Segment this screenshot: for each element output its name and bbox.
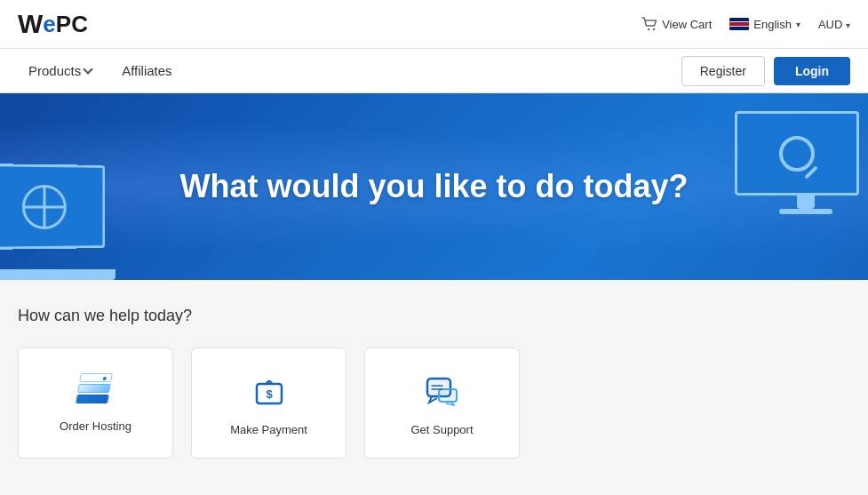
top-bar: WePC View Cart English ▾ AUD ▾ — [0, 0, 868, 49]
laptop-shape — [0, 164, 142, 280]
make-payment-card[interactable]: $ Make Payment — [191, 347, 346, 459]
support-icon — [421, 370, 464, 412]
currency-arrow-icon: ▾ — [846, 20, 850, 30]
get-support-label: Get Support — [410, 423, 473, 436]
monitor-shape — [735, 111, 868, 218]
svg-rect-5 — [439, 389, 457, 402]
section-title: How can we help today? — [18, 307, 850, 325]
payment-svg: $ — [250, 371, 289, 411]
get-support-card[interactable]: Get Support — [364, 347, 520, 459]
nav-right: Register Login — [681, 56, 850, 86]
payment-icon: $ — [248, 370, 291, 412]
nav-affiliates[interactable]: Affiliates — [111, 54, 182, 87]
laptop-screen — [0, 164, 105, 250]
laptop-base — [0, 269, 115, 280]
nav-left: Products Affiliates — [18, 54, 183, 87]
nav-bar: Products Affiliates Register Login — [0, 49, 868, 93]
nav-products[interactable]: Products — [18, 54, 102, 87]
currency-selector[interactable]: AUD ▾ — [818, 18, 850, 31]
language-label: English — [753, 18, 792, 31]
currency-label: AUD — [818, 18, 842, 31]
affiliates-label: Affiliates — [122, 63, 171, 78]
globe-icon — [22, 184, 67, 228]
products-label: Products — [28, 63, 81, 78]
login-button[interactable]: Login — [774, 57, 850, 85]
flag-icon — [729, 18, 749, 30]
monitor-stand — [797, 196, 815, 209]
top-right-actions: View Cart English ▾ AUD ▾ — [641, 17, 850, 31]
hero-laptop-illustration — [0, 93, 178, 280]
site-logo[interactable]: WePC — [18, 9, 88, 39]
monitor-base — [779, 209, 832, 214]
order-hosting-card[interactable]: Order Hosting — [18, 347, 173, 459]
support-svg — [423, 371, 462, 411]
main-content: How can we help today? Order Hosting $ — [0, 280, 868, 485]
hero-banner: What would you like to do today? — [0, 93, 868, 280]
language-arrow-icon: ▾ — [796, 20, 800, 29]
register-button[interactable]: Register — [681, 56, 765, 86]
monitor-screen — [735, 111, 859, 196]
language-selector[interactable]: English ▾ — [729, 18, 800, 31]
svg-text:$: $ — [266, 387, 273, 401]
products-chevron-icon — [84, 64, 93, 74]
svg-point-1 — [653, 28, 655, 30]
svg-point-0 — [648, 28, 649, 30]
view-cart-link[interactable]: View Cart — [641, 17, 712, 31]
cart-icon — [641, 17, 657, 31]
order-hosting-label: Order Hosting — [60, 419, 131, 433]
hero-headline: What would you like to do today? — [180, 168, 689, 205]
view-cart-label: View Cart — [662, 18, 712, 31]
service-cards-grid: Order Hosting $ Make Payment — [18, 347, 850, 459]
server-icon — [76, 373, 115, 409]
make-payment-label: Make Payment — [230, 423, 307, 436]
hero-monitor-illustration — [690, 93, 868, 280]
search-icon — [779, 136, 815, 172]
